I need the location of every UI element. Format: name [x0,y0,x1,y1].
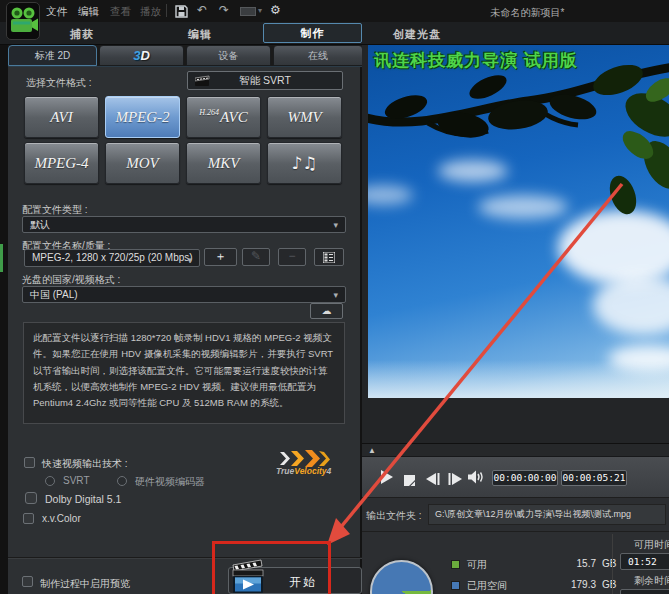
format-button-mov[interactable]: MOV [105,142,180,184]
seek-marker-icon[interactable]: ▲ [368,446,376,455]
enable-preview-checkbox[interactable] [22,576,33,587]
disc-country-label: 光盘的国家/视频格式 : [22,273,120,287]
profile-details-button[interactable] [314,248,344,266]
menu-view: 查看 [110,5,131,19]
stop-button[interactable] [404,472,415,490]
tab-capture[interactable]: 捕获 [70,27,94,42]
dolby-checkbox[interactable] [25,492,37,504]
tab-produce[interactable]: 制作 [263,23,362,43]
redo-icon[interactable]: ↷ [219,3,229,17]
format-button-mpeg4[interactable]: MPEG-4 [24,142,99,184]
hw-encoder-radio [117,476,127,486]
volume-button[interactable] [468,470,485,488]
xvcolor-label: x.v.Color [42,513,81,524]
rail-scroll-indicator[interactable] [0,244,3,272]
aspect-ratio-selector-icon [240,7,256,16]
format-button-avi[interactable]: AVI [24,96,99,138]
next-frame-button[interactable] [448,471,462,489]
edit-profile-button: ✎ [242,248,270,266]
legend-unit-available: GB [602,558,616,569]
app-window: 文件 编辑 查看 播放 ↶ ↷ ▾ ⚙ 未命名的新项目* 捕获 编辑 制作 创建… [0,0,669,594]
svrt-radio [45,476,55,486]
previous-frame-button[interactable] [426,471,440,489]
available-time-label: 可用时间 [634,538,669,552]
tab-create-disc[interactable]: 创建光盘 [393,27,441,42]
tab-edit[interactable]: 编辑 [188,27,212,42]
disk-panel-divider [612,534,613,594]
add-profile-button[interactable]: ＋ [204,248,237,266]
aspect-ratio-caret-icon: ▾ [258,6,262,15]
disc-country-dropdown[interactable]: 中国 (PAL)▾ [22,286,346,303]
output-folder-label: 输出文件夹 : [366,509,422,523]
available-time-value: 01:52 [620,553,669,570]
format-button-wmv[interactable]: WMV [267,96,342,138]
format-section-label: 选择文件格式 : [26,76,92,90]
music-notes-icon: ♪♫ [291,153,317,173]
playback-controls: 00:00:00:00 00:00:05:21 [362,456,669,497]
profile-type-label: 配置文件类型 : [22,203,88,217]
legend-swatch-used [451,581,460,590]
xvcolor-checkbox[interactable] [23,513,34,524]
dropdown-caret-icon: ▾ [333,218,338,233]
format-button-audio[interactable]: ♪♫ [267,142,342,184]
horizon-haze [368,360,669,398]
timecode-total: 00:00:05:21 [561,470,627,486]
dropdown-caret-icon: ▾ [333,288,338,303]
branch-silhouette [368,45,669,255]
annotation-rectangle [212,541,331,594]
produce-settings-panel: 选择文件格式 : 智能 SVRT AVI MPEG-2 H.264AVC WMV… [8,67,362,594]
delete-profile-button: − [278,248,306,266]
fast-render-checkbox[interactable] [24,457,35,468]
seek-bar[interactable]: ▲ [362,443,669,456]
legend-label-available: 可用 [467,558,487,572]
format-button-h264avc[interactable]: H.264AVC [186,96,261,138]
video-preview[interactable]: 讯连科技威力导演 试用版 [368,45,669,398]
dolby-label: Dolby Digital 5.1 [45,493,121,505]
profile-name-dropdown[interactable]: MPEG-2, 1280 x 720/25p (20 Mbps)▾ [24,249,200,267]
top-menu-bar: 文件 编辑 查看 播放 ↶ ↷ ▾ ⚙ 未命名的新项目* [0,0,669,22]
profile-description-box: 此配置文件以逐行扫描 1280*720 帧录制 HDV1 规格的 MPEG-2 … [23,322,345,424]
legend-value-available: 15.7 [536,558,596,569]
undo-icon[interactable]: ↶ [197,3,207,17]
preview-output-panel: 讯连科技威力导演 试用版 ▲ 00:00:00:00 00:00:05 [362,45,669,594]
output-folder-row: 输出文件夹 : G:\原创文章\12月份\威力导演\导出视频\测试.mpg [362,497,669,531]
cloud-large-2 [593,275,669,335]
toolbar-separator [166,4,167,17]
format-button-mkv[interactable]: MKV [186,142,261,184]
settings-gear-icon[interactable]: ⚙ [270,3,281,17]
upload-cloud-button[interactable]: ☁ [310,303,343,319]
menu-play: 播放 [140,5,161,19]
legend-value-used: 179.3 [536,579,596,590]
enable-preview-label: 制作过程中启用预览 [40,577,130,591]
module-tab-bar: 捕获 编辑 制作 创建光盘 [0,22,669,45]
profile-type-dropdown[interactable]: 默认▾ [22,216,346,233]
format-button-mpeg2[interactable]: MPEG-2 [105,96,180,138]
legend-unit-used: GB [602,579,616,590]
svrt-clapper-icon [195,75,211,87]
play-button[interactable] [380,470,393,488]
subtab-device[interactable]: 设备 [186,45,271,66]
remaining-time-label: 剩余时间 [634,574,669,588]
dropdown-caret-icon: ▾ [187,252,192,268]
cloud-icon: ☁ [322,305,332,316]
save-icon[interactable] [175,4,188,22]
subtab-online[interactable]: 在线 [273,45,363,66]
legend-label-used: 已用空间 [467,579,507,593]
output-path-field[interactable]: G:\原创文章\12月份\威力导演\导出视频\测试.mpg [428,504,666,525]
trial-watermark: 讯连科技威力导演 试用版 [374,49,578,72]
left-edge-rail [0,45,8,594]
legend-swatch-available [451,560,460,569]
smart-svrt-button[interactable]: 智能 SVRT [187,71,343,90]
subtab-3d[interactable]: 3D [99,45,184,66]
subtab-standard-2d[interactable]: 标准 2D [8,45,97,66]
timecode-current[interactable]: 00:00:00:00 [492,470,558,486]
fast-render-label: 快速视频输出技术 : [42,457,128,471]
menu-edit[interactable]: 编辑 [78,5,99,19]
remaining-time-value: 00:00 [620,589,669,594]
menu-file[interactable]: 文件 [46,5,67,19]
app-logo-icon [6,2,40,40]
disk-usage-section: 可用 15.7 GB 已用空间 179.3 GB 剩余 13.9 MB 已制作 … [362,531,669,594]
truevelocity-wordmark: TrueVelocity4 [276,466,331,476]
svrt-radio-label: SVRT [63,475,90,486]
hw-encoder-radio-label: 硬件视频编码器 [135,475,205,489]
